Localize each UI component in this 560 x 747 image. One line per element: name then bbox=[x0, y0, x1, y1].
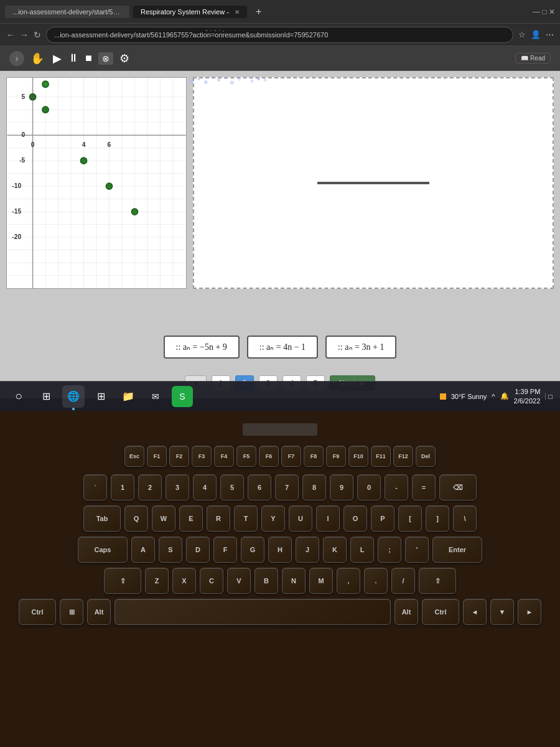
key-i[interactable]: I bbox=[316, 505, 340, 532]
new-tab-button[interactable]: + bbox=[251, 6, 266, 17]
forward-button[interactable]: → bbox=[20, 30, 29, 40]
files-icon[interactable]: 📁 bbox=[117, 385, 139, 408]
key-f9[interactable]: F9 bbox=[326, 446, 346, 467]
key-t[interactable]: T bbox=[234, 505, 258, 532]
stop-icon[interactable]: ■ bbox=[85, 52, 92, 65]
key-esc[interactable]: Esc bbox=[124, 446, 144, 467]
key-n[interactable]: N bbox=[282, 568, 306, 594]
key-minus[interactable]: - bbox=[385, 474, 408, 500]
key-f1[interactable]: F1 bbox=[147, 446, 167, 467]
key-o[interactable]: O bbox=[343, 505, 367, 532]
taskview-icon[interactable]: ⊞ bbox=[90, 385, 112, 408]
equation-btn-3[interactable]: :: aₙ = 3n + 1 bbox=[325, 336, 396, 359]
key-quote[interactable]: ' bbox=[405, 537, 429, 563]
key-f7[interactable]: F7 bbox=[281, 446, 301, 467]
key-equals[interactable]: = bbox=[412, 474, 436, 500]
key-f4[interactable]: F4 bbox=[214, 446, 234, 467]
key-w[interactable]: W bbox=[152, 505, 175, 532]
key-win[interactable]: ⊞ bbox=[60, 599, 83, 625]
key-m[interactable]: M bbox=[309, 568, 333, 594]
key-p[interactable]: P bbox=[371, 505, 394, 532]
key-rctrl[interactable]: Ctrl bbox=[422, 599, 459, 625]
star-button[interactable]: ☆ bbox=[518, 30, 526, 39]
key-2[interactable]: 2 bbox=[138, 474, 162, 500]
equation-btn-1[interactable]: :: aₙ = −5n + 9 bbox=[164, 336, 240, 359]
key-7[interactable]: 7 bbox=[275, 474, 299, 500]
settings-icon[interactable]: ⚙ bbox=[119, 52, 129, 65]
pause-icon[interactable]: ⏸ bbox=[68, 52, 79, 65]
key-slash[interactable]: / bbox=[391, 568, 415, 594]
edge-icon[interactable]: 🌐 bbox=[62, 385, 85, 408]
menu-button[interactable]: ⋯ bbox=[546, 30, 554, 39]
equation-btn-2[interactable]: :: aₙ = 4n − 1 bbox=[247, 336, 318, 359]
key-h[interactable]: H bbox=[268, 537, 292, 563]
key-g[interactable]: G bbox=[241, 537, 264, 563]
key-0[interactable]: 0 bbox=[357, 474, 381, 500]
circle-back-btn[interactable]: › bbox=[9, 51, 24, 66]
key-lshift[interactable]: ⇧ bbox=[104, 568, 141, 594]
key-rshift[interactable]: ⇧ bbox=[419, 568, 456, 594]
caret-up-icon[interactable]: ^ bbox=[492, 393, 495, 400]
key-u[interactable]: U bbox=[289, 505, 312, 532]
key-s[interactable]: S bbox=[159, 537, 182, 563]
window-controls[interactable]: — □ ✕ bbox=[533, 7, 555, 16]
key-right-arrow[interactable]: ► bbox=[518, 599, 541, 625]
key-left-arrow[interactable]: ◄ bbox=[463, 599, 487, 625]
key-5[interactable]: 5 bbox=[220, 474, 244, 500]
key-e[interactable]: E bbox=[179, 505, 203, 532]
key-f8[interactable]: F8 bbox=[304, 446, 324, 467]
key-lctrl[interactable]: Ctrl bbox=[19, 599, 56, 625]
key-backslash[interactable]: \ bbox=[453, 505, 477, 532]
key-semicolon[interactable]: ; bbox=[378, 537, 401, 563]
key-k[interactable]: K bbox=[323, 537, 347, 563]
key-b[interactable]: B bbox=[254, 568, 278, 594]
key-lbracket[interactable]: [ bbox=[398, 505, 422, 532]
key-d[interactable]: D bbox=[186, 537, 210, 563]
notification-icon[interactable]: 🔔 bbox=[500, 392, 509, 400]
key-enter[interactable]: Enter bbox=[432, 537, 482, 563]
refresh-button[interactable]: ↻ bbox=[34, 30, 41, 40]
key-tab[interactable]: Tab bbox=[83, 505, 121, 532]
key-j[interactable]: J bbox=[296, 537, 319, 563]
key-down-arrow[interactable]: ▼ bbox=[490, 599, 514, 625]
key-space[interactable] bbox=[114, 599, 391, 625]
browser-tab-1[interactable]: ...ion-assessment-delivery/start/5611965… bbox=[5, 6, 129, 18]
key-l[interactable]: L bbox=[350, 537, 374, 563]
key-f11[interactable]: F11 bbox=[371, 446, 391, 467]
app-s-icon[interactable]: S bbox=[172, 386, 193, 407]
key-f10[interactable]: F10 bbox=[348, 446, 368, 467]
key-q[interactable]: Q bbox=[124, 505, 148, 532]
key-y[interactable]: Y bbox=[261, 505, 285, 532]
address-bar[interactable] bbox=[46, 27, 513, 43]
key-f5[interactable]: F5 bbox=[236, 446, 256, 467]
play-icon[interactable]: ▶ bbox=[53, 52, 62, 65]
key-9[interactable]: 9 bbox=[330, 474, 353, 500]
browser-tab-2[interactable]: Respiratory System Review - ✕ bbox=[133, 6, 247, 18]
read-button[interactable]: 📖 Read bbox=[515, 53, 551, 63]
key-comma[interactable]: , bbox=[337, 568, 360, 594]
key-6[interactable]: 6 bbox=[248, 474, 271, 500]
key-delete[interactable]: Del bbox=[416, 446, 436, 467]
mail-icon[interactable]: ✉ bbox=[144, 385, 167, 408]
key-f3[interactable]: F3 bbox=[192, 446, 212, 467]
key-period[interactable]: . bbox=[364, 568, 388, 594]
key-f6[interactable]: F6 bbox=[259, 446, 279, 467]
key-a[interactable]: A bbox=[131, 537, 155, 563]
show-desktop-icon[interactable]: □ bbox=[545, 393, 553, 400]
answer-drop-area[interactable] bbox=[193, 77, 554, 289]
hand-icon[interactable]: ✋ bbox=[30, 52, 44, 65]
search-button[interactable]: ⊞ bbox=[35, 385, 57, 408]
key-x[interactable]: X bbox=[172, 568, 196, 594]
key-lalt[interactable]: Alt bbox=[87, 599, 111, 625]
key-4[interactable]: 4 bbox=[193, 474, 217, 500]
key-v[interactable]: V bbox=[227, 568, 251, 594]
tab-close-2[interactable]: ✕ bbox=[235, 9, 240, 16]
key-f2[interactable]: F2 bbox=[169, 446, 189, 467]
key-3[interactable]: 3 bbox=[166, 474, 189, 500]
key-rbracket[interactable]: ] bbox=[426, 505, 449, 532]
key-backtick[interactable]: ` bbox=[83, 474, 107, 500]
key-8[interactable]: 8 bbox=[302, 474, 326, 500]
key-z[interactable]: Z bbox=[145, 568, 169, 594]
start-button[interactable]: ○ bbox=[7, 385, 30, 408]
key-r[interactable]: R bbox=[207, 505, 230, 532]
